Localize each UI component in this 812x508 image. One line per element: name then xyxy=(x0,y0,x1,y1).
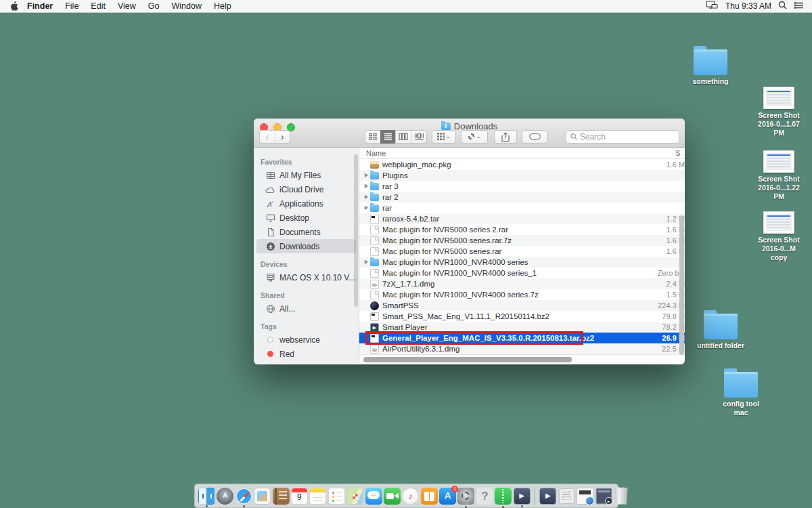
dock-ibooks-icon[interactable] xyxy=(421,488,438,505)
sidebar-item-red[interactable]: Red xyxy=(256,347,356,361)
table-row[interactable]: Mac plugin for NVR1000_NVR4000 series_1Z… xyxy=(359,268,685,278)
sidebar-item-all[interactable]: All... xyxy=(256,301,356,316)
menu-clock[interactable]: Thu 9:33 AM xyxy=(725,1,771,11)
window-chrome[interactable]: Downloads ‹ › xyxy=(254,119,685,148)
dock-document-stack-icon[interactable] xyxy=(558,488,574,504)
table-row[interactable]: Mac plugin for NVR1000_NVR4000 series.7z… xyxy=(359,289,685,300)
desktop-icon-screen-shot-2016-0-1-22-pm[interactable]: Screen Shot2016-0...1.22 PM xyxy=(754,150,804,201)
table-row[interactable]: Mac plugin for NVR5000 series 2.rar1.6 M xyxy=(359,224,685,235)
menu-help[interactable]: Help xyxy=(208,1,238,11)
column-header-name[interactable]: Name xyxy=(359,149,675,157)
file-name: rar xyxy=(382,204,650,212)
display-mirroring-icon[interactable] xyxy=(706,1,719,12)
dock-preview-icon[interactable] xyxy=(254,488,271,505)
table-row[interactable]: 7zX_1.7.1.dmg2.4 M xyxy=(359,278,685,289)
sidebar-item-applications[interactable]: AApplications xyxy=(256,196,356,211)
desktop-icon-config-tool-mac[interactable]: config tool mac xyxy=(716,366,766,417)
dock-window-stack-icon[interactable] xyxy=(595,488,612,504)
disclosure-triangle-icon[interactable]: ▶ xyxy=(363,183,370,190)
dock-archive-utility-icon[interactable] xyxy=(495,488,512,505)
file-name: Mac plugin for NVR5000 series 2.rar xyxy=(382,226,650,234)
dock-facetime-icon[interactable] xyxy=(384,488,401,505)
list-view-button[interactable] xyxy=(380,130,395,144)
dock-installer-doc-icon[interactable] xyxy=(577,488,593,505)
sidebar-item-documents[interactable]: Documents xyxy=(256,225,356,239)
sidebar-item-orange[interactable]: Orange xyxy=(256,361,356,364)
search-field[interactable] xyxy=(566,130,679,144)
dock-notes-icon[interactable] xyxy=(309,488,326,505)
menu-edit[interactable]: Edit xyxy=(85,1,112,11)
share-button[interactable] xyxy=(494,130,517,144)
column-header-size[interactable]: S xyxy=(675,149,685,157)
menu-window[interactable]: Window xyxy=(165,1,207,11)
dmg-file-icon xyxy=(370,345,379,354)
table-row[interactable]: webplugin_mac.pkg1.6 M xyxy=(359,159,685,170)
desktop-icon-something[interactable]: something xyxy=(685,44,736,86)
dock-trash-icon[interactable] xyxy=(614,488,629,505)
sidebar-item-mac-os-x-10-10-v[interactable]: MAC OS X 10.10 V... xyxy=(256,270,356,284)
apple-menu-icon[interactable] xyxy=(9,1,18,12)
dock-contacts-icon[interactable] xyxy=(273,488,290,505)
search-input[interactable] xyxy=(580,132,675,142)
sidebar-item-all-my-files[interactable]: All My Files xyxy=(256,168,356,182)
table-row[interactable]: Smart Player78.2 M xyxy=(359,322,685,333)
menu-finder[interactable]: Finder xyxy=(21,1,59,11)
file-name: webplugin_mac.pkg xyxy=(382,161,650,169)
table-row[interactable]: ▶rar xyxy=(359,203,685,213)
table-row[interactable]: Mac plugin for NVR5000 series.rar1.6 M xyxy=(359,246,685,257)
sidebar-item-desktop[interactable]: Desktop xyxy=(256,211,356,225)
dock-launchpad-icon[interactable] xyxy=(217,488,233,505)
dock-itunes-icon[interactable] xyxy=(402,488,419,505)
dock-maps-icon[interactable] xyxy=(346,488,363,505)
sidebar-scrollbar[interactable] xyxy=(354,154,358,307)
desktop-icon-label: Screen Shot2016-0...1.07 PM xyxy=(754,111,804,137)
table-row[interactable]: ▶rar 3 xyxy=(359,181,685,192)
dock-system-preferences-icon[interactable] xyxy=(457,488,474,505)
table-row[interactable]: rarosx-5.4.b2.tar1.2 M xyxy=(359,213,685,224)
dock-calendar-icon[interactable]: 9 xyxy=(291,488,308,505)
tags-button[interactable] xyxy=(522,130,547,144)
back-button[interactable]: ‹ xyxy=(260,131,275,142)
dock-app-store-icon[interactable]: 1 xyxy=(439,488,456,505)
coverflow-view-button[interactable] xyxy=(411,131,426,143)
menu-file[interactable]: File xyxy=(59,1,85,11)
menu-view[interactable]: View xyxy=(112,1,142,11)
dock-safari-icon[interactable] xyxy=(235,488,252,505)
dock-messages-icon[interactable] xyxy=(365,488,382,505)
sidebar-item-icloud-drive[interactable]: iCloud Drive xyxy=(256,182,356,196)
icon-view-button[interactable] xyxy=(365,131,380,143)
dock-player-doc-icon[interactable] xyxy=(539,488,556,505)
vertical-scrollbar-thumb[interactable] xyxy=(679,215,684,355)
dock-finder-icon[interactable] xyxy=(198,488,215,505)
doc-file-icon xyxy=(370,247,379,256)
disclosure-triangle-icon[interactable]: ▶ xyxy=(363,205,370,211)
table-row[interactable]: SmartPSS224.3 M xyxy=(359,300,685,311)
dock-smart-player-icon[interactable] xyxy=(514,488,531,505)
desktop-icon-untitled-folder[interactable]: untitled folder xyxy=(696,308,746,350)
table-row[interactable]: ▶Mac plugin for NVR1000_NVR4000 series xyxy=(359,257,685,268)
horizontal-scrollbar[interactable] xyxy=(359,354,685,364)
disclosure-triangle-icon[interactable]: ▶ xyxy=(363,172,370,179)
column-view-button[interactable] xyxy=(395,131,411,143)
table-row[interactable]: General_Player_Eng_MAC_IS_V3.35.0.R.2015… xyxy=(359,333,685,343)
sidebar-item-downloads[interactable]: Downloads xyxy=(256,239,356,253)
table-row[interactable]: ▶Plugins xyxy=(359,170,685,181)
dock-reminders-icon[interactable] xyxy=(328,488,345,505)
sidebar-item-webservice[interactable]: webservice xyxy=(256,333,356,347)
disclosure-triangle-icon[interactable]: ▶ xyxy=(363,194,370,200)
table-row[interactable]: Smart_PSS_Mac_Eng_V1.11.1_R20150114.bz27… xyxy=(359,311,685,322)
dock-missing-app-icon[interactable] xyxy=(476,488,493,505)
forward-button[interactable]: › xyxy=(275,131,290,142)
table-row[interactable]: Mac plugin for NVR5000 series.rar.7z1.6 … xyxy=(359,235,685,246)
desktop-icon-screen-shot-2016-0-m-copy[interactable]: Screen Shot2016-0...M copy xyxy=(754,211,804,262)
desktop-icon-screen-shot-2016-0-1-07-pm[interactable]: Screen Shot2016-0...1.07 PM xyxy=(754,87,804,137)
menu-go[interactable]: Go xyxy=(142,1,166,11)
table-row[interactable]: AirPortUtility6.3.1.dmg22.5 M xyxy=(359,343,685,354)
disclosure-triangle-icon[interactable]: ▶ xyxy=(363,259,370,266)
horizontal-scrollbar-thumb[interactable] xyxy=(363,357,572,362)
spotlight-icon[interactable] xyxy=(778,1,787,12)
table-row[interactable]: ▶rar 2 xyxy=(359,192,685,203)
notification-center-icon[interactable] xyxy=(794,1,804,12)
arrange-button[interactable]: ⌄ xyxy=(432,130,456,144)
action-menu-button[interactable]: ⌄ xyxy=(461,130,488,144)
